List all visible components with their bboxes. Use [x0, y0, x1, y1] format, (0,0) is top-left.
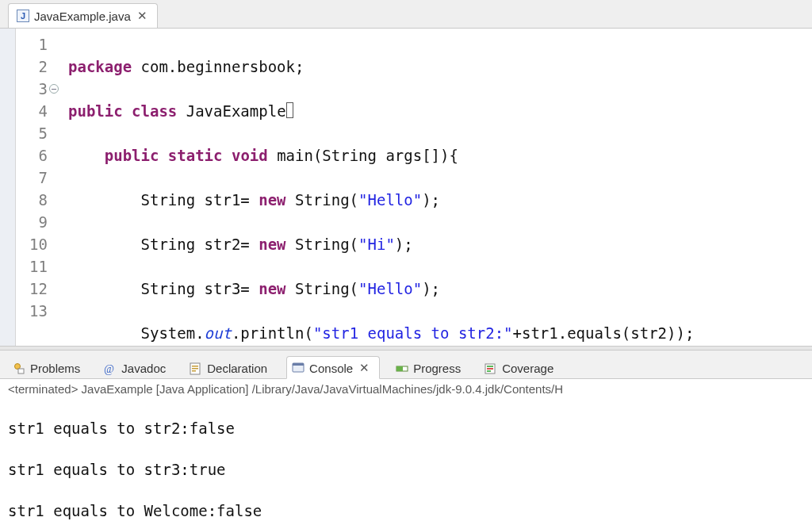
progress-icon	[396, 362, 408, 375]
line-number: 13	[16, 300, 48, 322]
svg-rect-8	[293, 363, 304, 366]
svg-rect-1	[18, 369, 24, 374]
svg-point-0	[15, 363, 21, 369]
tab-problems[interactable]: Problems	[8, 358, 88, 378]
line-number: 11	[16, 255, 48, 278]
svg-rect-12	[487, 366, 493, 367]
tab-label: Problems	[30, 362, 80, 375]
line-number: 4	[16, 100, 48, 122]
bottom-tabbar: Problems @ Javadoc Declaration Console ✕…	[0, 351, 812, 379]
line-number: 10	[16, 233, 48, 255]
problems-icon	[13, 362, 25, 375]
svg-rect-14	[487, 370, 491, 372]
line-number: 1	[16, 33, 48, 56]
tab-coverage[interactable]: Coverage	[480, 358, 561, 378]
code-line: public static void main(String args[]){	[68, 144, 806, 167]
line-number: 12	[16, 278, 48, 300]
console-process-label: <terminated> JavaExample [Java Applicati…	[0, 379, 812, 397]
editor-tab-active[interactable]: J JavaExample.java ✕	[8, 3, 158, 28]
svg-rect-5	[192, 368, 198, 370]
code-line: String str2= new String("Hi");	[68, 233, 806, 255]
svg-rect-10	[396, 366, 403, 371]
line-number: 9	[16, 211, 48, 233]
tab-label: Coverage	[502, 362, 553, 375]
console-line: str1 equals to str3:true	[8, 459, 812, 480]
svg-rect-13	[487, 368, 493, 370]
editor-tab-filename: JavaExample.java	[34, 10, 131, 23]
console-icon	[292, 362, 304, 374]
line-number: 6	[16, 144, 48, 167]
code-line: public class JavaExample	[68, 100, 806, 122]
code-area[interactable]: package com.beginnersbook; public class …	[52, 29, 812, 346]
editor-tabbar: J JavaExample.java ✕	[0, 0, 812, 29]
code-editor[interactable]: 1 2 3 4 5 6 7 8 9 10 11 12 13 package co…	[0, 29, 812, 346]
tab-console[interactable]: Console ✕	[286, 356, 380, 379]
java-file-icon: J	[17, 10, 29, 22]
tab-label: Javadoc	[121, 362, 166, 375]
javadoc-icon: @	[104, 362, 117, 375]
svg-rect-6	[192, 370, 196, 372]
console-line: str1 equals to Welcome:false	[8, 500, 812, 521]
tab-label: Console	[309, 362, 353, 375]
line-number-gutter: 1 2 3 4 5 6 7 8 9 10 11 12 13	[16, 29, 52, 346]
code-line: package com.beginnersbook;	[68, 56, 806, 78]
line-number: 5	[16, 122, 48, 144]
svg-rect-4	[192, 366, 198, 367]
svg-text:@: @	[104, 363, 114, 375]
console-line: str1 equals to str2:false	[8, 418, 812, 439]
fold-toggle-icon[interactable]	[49, 84, 59, 94]
code-line: System.out.println("str1 equals to str2:…	[68, 322, 806, 344]
line-number: 2	[16, 56, 48, 78]
coverage-icon	[485, 362, 497, 375]
breakpoint-strip[interactable]	[0, 29, 16, 346]
tab-progress[interactable]: Progress	[391, 358, 469, 378]
line-number: 8	[16, 189, 48, 211]
close-icon[interactable]: ✕	[136, 9, 149, 23]
tab-label: Progress	[413, 362, 461, 375]
declaration-icon	[190, 362, 202, 375]
line-number: 7	[16, 167, 48, 189]
line-number: 3	[16, 78, 48, 100]
text-cursor	[286, 102, 293, 118]
code-line: String str1= new String("Hello");	[68, 189, 806, 211]
tab-label: Declaration	[207, 362, 267, 375]
close-icon[interactable]: ✕	[358, 361, 371, 375]
tab-javadoc[interactable]: @ Javadoc	[99, 358, 174, 378]
console-output[interactable]: str1 equals to str2:false str1 equals to…	[0, 397, 812, 521]
tab-declaration[interactable]: Declaration	[185, 358, 275, 378]
code-line: String str3= new String("Hello");	[68, 278, 806, 300]
